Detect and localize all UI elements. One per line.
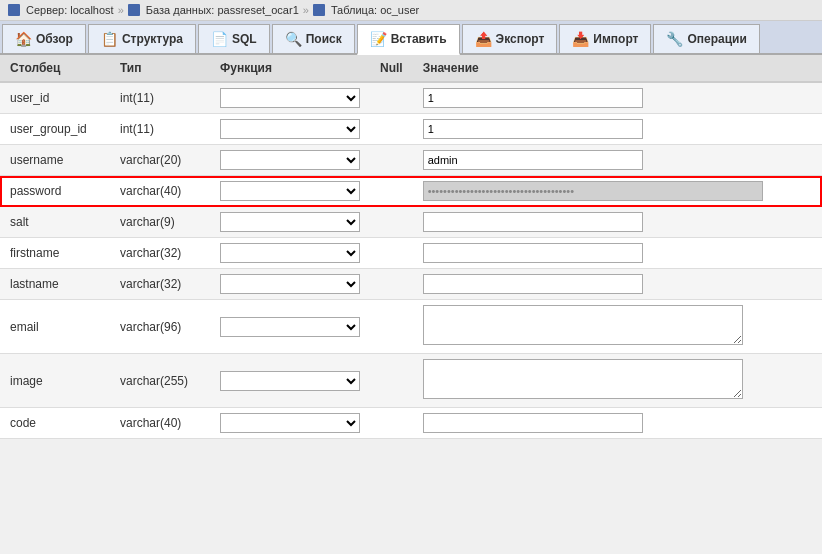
insert-icon: 📝 bbox=[370, 31, 387, 47]
tab-import[interactable]: 📥 Импорт bbox=[559, 24, 651, 53]
overview-icon: 🏠 bbox=[15, 31, 32, 47]
col-null-cell bbox=[370, 145, 413, 176]
col-null-cell bbox=[370, 238, 413, 269]
operations-icon: 🔧 bbox=[666, 31, 683, 47]
col-type-cell: varchar(96) bbox=[110, 300, 210, 354]
function-select[interactable] bbox=[220, 88, 360, 108]
col-type-cell: varchar(32) bbox=[110, 238, 210, 269]
col-name-cell: username bbox=[0, 145, 110, 176]
col-func-cell bbox=[210, 207, 370, 238]
tab-structure[interactable]: 📋 Структура bbox=[88, 24, 196, 53]
tab-insert-label: Вставить bbox=[391, 32, 447, 46]
tab-overview-label: Обзор bbox=[36, 32, 73, 46]
db-icon bbox=[128, 4, 140, 16]
col-value-cell bbox=[413, 300, 822, 354]
col-func-cell bbox=[210, 300, 370, 354]
table-row: user_group_idint(11) bbox=[0, 114, 822, 145]
tab-insert[interactable]: 📝 Вставить bbox=[357, 24, 460, 55]
col-null-cell bbox=[370, 269, 413, 300]
col-type-cell: varchar(20) bbox=[110, 145, 210, 176]
col-func-cell bbox=[210, 145, 370, 176]
tab-overview[interactable]: 🏠 Обзор bbox=[2, 24, 86, 53]
tab-operations-label: Операции bbox=[687, 32, 746, 46]
value-input[interactable] bbox=[423, 181, 763, 201]
function-select[interactable] bbox=[220, 150, 360, 170]
tab-sql[interactable]: 📄 SQL bbox=[198, 24, 270, 53]
function-select[interactable] bbox=[220, 371, 360, 391]
value-input[interactable] bbox=[423, 88, 643, 108]
col-value-cell bbox=[413, 354, 822, 408]
col-null-cell bbox=[370, 207, 413, 238]
col-func-cell bbox=[210, 238, 370, 269]
col-value-cell bbox=[413, 207, 822, 238]
value-input[interactable] bbox=[423, 274, 643, 294]
col-type-cell: int(11) bbox=[110, 82, 210, 114]
col-null-cell bbox=[370, 354, 413, 408]
col-func-cell bbox=[210, 269, 370, 300]
value-input[interactable] bbox=[423, 150, 643, 170]
col-name-cell: email bbox=[0, 300, 110, 354]
col-value-cell bbox=[413, 176, 822, 207]
function-select[interactable] bbox=[220, 119, 360, 139]
col-func-cell bbox=[210, 354, 370, 408]
search-icon: 🔍 bbox=[285, 31, 302, 47]
tab-operations[interactable]: 🔧 Операции bbox=[653, 24, 759, 53]
function-select[interactable] bbox=[220, 181, 360, 201]
function-select[interactable] bbox=[220, 212, 360, 232]
function-select[interactable] bbox=[220, 243, 360, 263]
col-name-cell: password bbox=[0, 176, 110, 207]
tab-search[interactable]: 🔍 Поиск bbox=[272, 24, 355, 53]
table-row: usernamevarchar(20) bbox=[0, 145, 822, 176]
col-value-cell bbox=[413, 114, 822, 145]
table-row: codevarchar(40) bbox=[0, 408, 822, 439]
col-type-cell: varchar(40) bbox=[110, 176, 210, 207]
th-function: Функция bbox=[210, 55, 370, 82]
tab-export[interactable]: 📤 Экспорт bbox=[462, 24, 558, 53]
function-select[interactable] bbox=[220, 317, 360, 337]
col-name-cell: salt bbox=[0, 207, 110, 238]
export-icon: 📤 bbox=[475, 31, 492, 47]
col-null-cell bbox=[370, 82, 413, 114]
col-name-cell: user_group_id bbox=[0, 114, 110, 145]
value-input[interactable] bbox=[423, 212, 643, 232]
tab-search-label: Поиск bbox=[306, 32, 342, 46]
col-value-cell bbox=[413, 145, 822, 176]
col-type-cell: varchar(255) bbox=[110, 354, 210, 408]
value-input[interactable] bbox=[423, 119, 643, 139]
col-type-cell: int(11) bbox=[110, 114, 210, 145]
table-row: emailvarchar(96) bbox=[0, 300, 822, 354]
value-input[interactable] bbox=[423, 243, 643, 263]
col-null-cell bbox=[370, 114, 413, 145]
col-null-cell bbox=[370, 408, 413, 439]
col-null-cell bbox=[370, 176, 413, 207]
tab-import-label: Импорт bbox=[593, 32, 638, 46]
function-select[interactable] bbox=[220, 274, 360, 294]
table-row: user_idint(11) bbox=[0, 82, 822, 114]
col-type-cell: varchar(40) bbox=[110, 408, 210, 439]
table-header-row: Столбец Тип Функция Null Значение bbox=[0, 55, 822, 82]
breadcrumb-server: Сервер: localhost bbox=[26, 4, 114, 16]
breadcrumb: Сервер: localhost » База данных: passres… bbox=[0, 0, 822, 21]
table-row: lastnamevarchar(32) bbox=[0, 269, 822, 300]
col-type-cell: varchar(9) bbox=[110, 207, 210, 238]
function-select[interactable] bbox=[220, 413, 360, 433]
col-func-cell bbox=[210, 408, 370, 439]
sql-icon: 📄 bbox=[211, 31, 228, 47]
th-type: Тип bbox=[110, 55, 210, 82]
value-input[interactable] bbox=[423, 413, 643, 433]
main-content: Столбец Тип Функция Null Значение user_i… bbox=[0, 55, 822, 439]
insert-table: Столбец Тип Функция Null Значение user_i… bbox=[0, 55, 822, 439]
col-value-cell bbox=[413, 238, 822, 269]
value-textarea[interactable] bbox=[423, 359, 743, 399]
structure-icon: 📋 bbox=[101, 31, 118, 47]
col-type-cell: varchar(32) bbox=[110, 269, 210, 300]
breadcrumb-db: База данных: passreset_ocar1 bbox=[146, 4, 299, 16]
table-row: passwordvarchar(40) bbox=[0, 176, 822, 207]
breadcrumb-table: Таблица: oc_user bbox=[331, 4, 419, 16]
col-value-cell bbox=[413, 269, 822, 300]
value-textarea[interactable] bbox=[423, 305, 743, 345]
col-name-cell: firstname bbox=[0, 238, 110, 269]
import-icon: 📥 bbox=[572, 31, 589, 47]
tab-structure-label: Структура bbox=[122, 32, 183, 46]
nav-tabs: 🏠 Обзор 📋 Структура 📄 SQL 🔍 Поиск 📝 Вста… bbox=[0, 21, 822, 55]
